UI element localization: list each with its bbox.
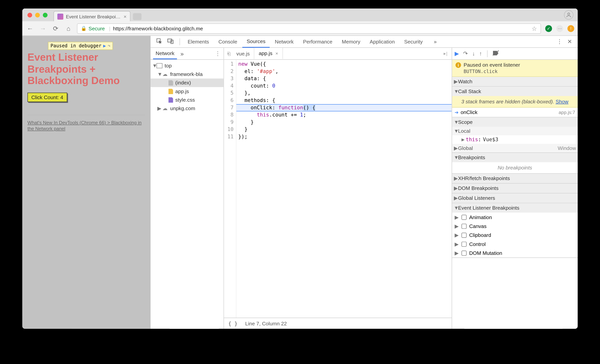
page-viewport: Event Listener Breakpoints + Blackboxing… — [22, 36, 150, 329]
elb-checkbox[interactable] — [461, 224, 467, 229]
section-xhr: ▶XHR/fetch Breakpoints — [452, 174, 578, 183]
tree-cdn[interactable]: ▶☁unpkg.com — [150, 104, 224, 113]
tree-file-index[interactable]: (index) — [150, 78, 224, 87]
tab-elements[interactable]: Elements — [183, 36, 213, 47]
inspect-element-icon[interactable] — [154, 38, 164, 45]
section-elb: ▼Event Listener Breakpoints ▶Animation ▶… — [452, 203, 578, 258]
tab-performance[interactable]: Performance — [299, 36, 337, 47]
editor-tab-appjs[interactable]: app.js× — [254, 48, 283, 59]
info-icon: i — [455, 62, 461, 68]
toggle-debugger-icon[interactable]: ▸| — [441, 51, 450, 56]
tab-memory[interactable]: Memory — [338, 36, 365, 47]
tab-security[interactable]: Security — [400, 36, 427, 47]
back-button[interactable]: ← — [26, 25, 34, 32]
extension-icon[interactable]: ⋯ — [556, 25, 563, 32]
device-toolbar-icon[interactable] — [165, 38, 176, 45]
file-icon — [168, 89, 173, 94]
more-icon[interactable]: » — [180, 50, 184, 57]
chrome-window: Event Listener Breakpoints + B × ← → ⟳ ⌂… — [22, 9, 578, 329]
tree-domain[interactable]: ▼☁framework-bla — [150, 70, 224, 78]
lock-icon: 🔒 — [81, 26, 87, 31]
step-out-icon[interactable]: ↑ — [479, 50, 482, 57]
navigator-tab-network[interactable]: Network — [153, 48, 177, 59]
elb-checkbox[interactable] — [461, 214, 467, 220]
devtools-close-icon[interactable]: ✕ — [565, 38, 574, 45]
frame-source: app.js:7 — [559, 110, 575, 115]
close-window-icon[interactable] — [28, 13, 32, 17]
profile-avatar-icon[interactable] — [564, 10, 573, 20]
section-header-watch[interactable]: ▶Watch — [452, 77, 578, 86]
toggle-navigator-icon[interactable]: ⎗ — [225, 51, 232, 57]
new-tab-button[interactable] — [133, 13, 141, 20]
paused-in-debugger-pill: Paused in debugger ▶ ↷ — [48, 42, 113, 50]
section-header-xhr[interactable]: ▶XHR/fetch Breakpoints — [452, 174, 578, 183]
tab-console[interactable]: Console — [214, 36, 242, 47]
pretty-print-icon[interactable]: { } — [228, 320, 238, 326]
tree-file-appjs[interactable]: app.js — [150, 87, 224, 96]
file-icon — [168, 97, 173, 103]
cursor-position: Line 7, Column 22 — [245, 320, 287, 326]
deactivate-breakpoints-icon[interactable] — [493, 50, 499, 57]
devtools-tabs: Elements Console Sources Network Perform… — [150, 36, 578, 48]
scope-local[interactable]: ▼Local — [452, 127, 578, 135]
click-count-button[interactable]: Click Count: 4 — [28, 92, 67, 102]
elb-item[interactable]: ▶Canvas — [452, 222, 578, 230]
page-heading: Event Listener Breakpoints + Blackboxing… — [28, 51, 145, 87]
more-tabs-icon[interactable]: » — [430, 36, 441, 47]
favicon-icon — [57, 13, 63, 19]
scope-global[interactable]: ▶GlobalWindow — [452, 144, 578, 153]
maximize-window-icon[interactable] — [43, 13, 47, 17]
section-header-breakpoints[interactable]: ▼Breakpoints — [452, 153, 578, 162]
reload-button[interactable]: ⟳ — [51, 25, 60, 32]
section-header-scope[interactable]: ▼Scope — [452, 118, 578, 127]
elb-item[interactable]: ▶Animation — [452, 212, 578, 221]
section-header-global-listeners[interactable]: ▶Global Listeners — [452, 193, 578, 203]
close-tab-icon[interactable]: × — [275, 51, 278, 56]
section-header-dom[interactable]: ▶DOM Breakpoints — [452, 183, 578, 193]
step-over-icon[interactable]: ↷ — [463, 50, 468, 57]
section-dom: ▶DOM Breakpoints — [452, 183, 578, 193]
navigator-menu-icon[interactable]: ⋮ — [215, 50, 221, 57]
extension-icon[interactable]: ! — [567, 25, 574, 32]
editor-tabs: ⎗ vue.js app.js× ▸| — [224, 48, 452, 60]
step-into-icon[interactable]: ↓ — [472, 50, 475, 57]
tab-application[interactable]: Application — [365, 36, 399, 47]
tab-sources[interactable]: Sources — [242, 36, 270, 47]
scope-this[interactable]: ▶this:Vue$3 — [452, 135, 578, 144]
elb-item[interactable]: ▶Control — [452, 240, 578, 248]
elb-item[interactable]: ▶Clipboard — [452, 230, 578, 239]
blackbox-message: 3 stack frames are hidden (black-boxed).… — [452, 96, 578, 108]
tree-top[interactable]: ▼top — [150, 62, 224, 70]
url-input[interactable]: 🔒 Secure | https://framework-blackboxing… — [77, 23, 541, 33]
bookmark-icon[interactable]: ☆ — [532, 25, 537, 32]
minimize-window-icon[interactable] — [35, 13, 40, 17]
devtools-panel: Elements Console Sources Network Perform… — [150, 36, 578, 329]
elb-checkbox[interactable] — [461, 232, 467, 238]
step-icon[interactable]: ↷ — [108, 43, 111, 49]
code-editor: ⎗ vue.js app.js× ▸| 1234567891011 new Vu… — [224, 48, 452, 329]
tab-network[interactable]: Network — [271, 36, 298, 47]
svg-point-0 — [568, 13, 570, 15]
section-header-callstack[interactable]: ▼Call Stack — [452, 87, 578, 96]
resume-button[interactable]: ▶ — [455, 50, 459, 57]
secure-badge[interactable]: 🔒 Secure — [81, 25, 105, 31]
tab-close-icon[interactable]: × — [123, 14, 127, 19]
callstack-frame[interactable]: ➔ onClick app.js:7 — [452, 108, 578, 117]
devtools-menu-icon[interactable]: ⋮ — [554, 38, 564, 45]
editor-tab-vuejs[interactable]: vue.js — [232, 48, 254, 59]
file-tree: ▼top ▼☁framework-bla (index) app.js styl… — [150, 60, 224, 114]
elb-checkbox[interactable] — [461, 250, 467, 256]
browser-tab[interactable]: Event Listener Breakpoints + B × — [54, 11, 131, 21]
tree-file-stylecss[interactable]: style.css — [150, 96, 224, 104]
elb-item[interactable]: ▶DOM Mutation — [452, 248, 578, 257]
elb-checkbox[interactable] — [461, 242, 467, 247]
extension-icon[interactable]: ✓ — [545, 25, 552, 32]
show-frames-link[interactable]: Show — [555, 99, 568, 105]
home-button[interactable]: ⌂ — [64, 25, 73, 32]
line-gutter: 1234567891011 — [224, 60, 237, 318]
page-link[interactable]: What's New In DevTools (Chrome 66) > Bla… — [28, 119, 145, 132]
code-area[interactable]: 1234567891011 new Vue({ el: '#app', data… — [224, 60, 452, 318]
cloud-icon: ☁ — [162, 106, 168, 111]
resume-icon[interactable]: ▶ — [103, 43, 106, 49]
section-header-elb[interactable]: ▼Event Listener Breakpoints — [452, 203, 578, 213]
